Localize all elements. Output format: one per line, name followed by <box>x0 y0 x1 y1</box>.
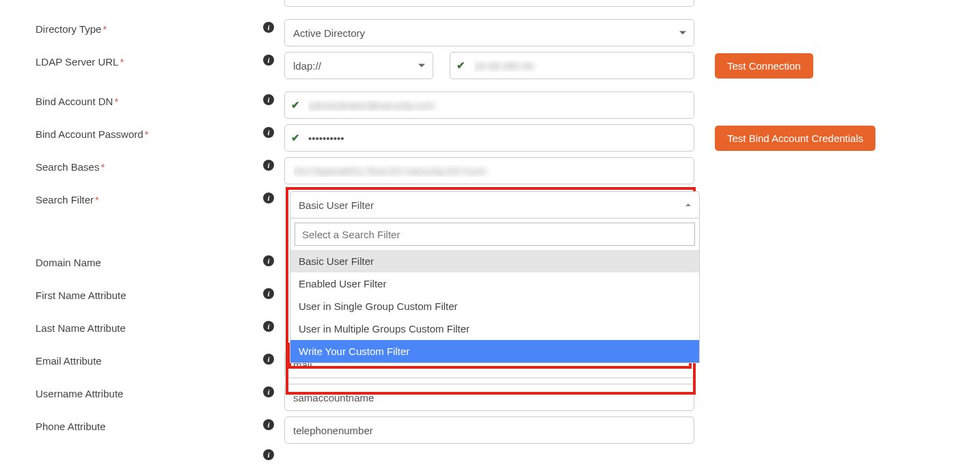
dropdown-option-basic-user-filter[interactable]: Basic User Filter <box>290 250 699 272</box>
label-bind-pw: Bind Account Password <box>36 128 144 140</box>
bind-dn-input[interactable] <box>284 91 694 119</box>
test-connection-button[interactable]: Test Connection <box>715 53 813 79</box>
info-icon[interactable]: i <box>263 94 274 105</box>
ldap-scheme-select[interactable]: ldap:// <box>284 52 433 79</box>
bind-pw-input[interactable] <box>284 124 694 152</box>
caret-up-icon <box>685 203 691 206</box>
info-icon[interactable]: i <box>263 22 274 33</box>
info-icon[interactable]: i <box>263 193 274 203</box>
bind-pw-wrap: ✔ <box>284 124 694 152</box>
label-ldap-url: LDAP Server URL <box>36 56 118 68</box>
required-mark: * <box>114 96 118 107</box>
dropdown-search-input[interactable] <box>295 223 695 246</box>
ldap-host-input[interactable] <box>450 52 694 79</box>
info-icon[interactable]: i <box>263 160 274 171</box>
info-icon[interactable]: i <box>263 321 274 332</box>
info-icon[interactable]: i <box>263 354 274 365</box>
label-username-attr: Username Attribute <box>36 388 123 399</box>
search-filter-dropdown-header[interactable]: Basic User Filter <box>290 191 700 218</box>
label-email-attr: Email Attribute <box>36 355 102 367</box>
dropdown-option-custom-filter[interactable]: Write Your Custom Filter <box>290 340 699 363</box>
directory-type-select-wrap: Active Directory <box>284 19 694 46</box>
test-bind-button[interactable]: Test Bind Account Credentials <box>715 126 875 151</box>
info-icon[interactable]: i <box>263 127 274 138</box>
ldap-host-wrap: ✔ <box>450 52 694 79</box>
ldap-scheme-select-wrap: ldap:// <box>284 52 433 79</box>
label-search-bases: Search Bases <box>36 161 99 173</box>
dropdown-option-single-group-filter[interactable]: User in Single Group Custom Filter <box>290 295 699 317</box>
row-search-bases: Search Bases * i <box>0 152 980 184</box>
check-icon: ✔ <box>291 99 300 111</box>
info-icon[interactable]: i <box>263 419 274 430</box>
row-bind-dn: Bind Account DN * i ✔ <box>0 86 980 119</box>
info-icon[interactable]: i <box>263 449 274 460</box>
row-directory-type: Directory Type * i Active Directory <box>0 14 980 46</box>
check-icon: ✔ <box>291 132 300 144</box>
label-first-name-attr: First Name Attribute <box>36 289 126 301</box>
search-bases-input[interactable] <box>284 157 694 184</box>
dropdown-search-wrap <box>290 218 699 250</box>
label-directory-type: Directory Type <box>36 23 101 35</box>
top-partial-row <box>0 0 980 14</box>
label-bind-dn: Bind Account DN <box>36 96 113 107</box>
label-search-filter: Search Filter <box>36 194 94 206</box>
required-mark: * <box>103 23 107 35</box>
label-domain-name: Domain Name <box>36 257 101 268</box>
row-ldap-url: LDAP Server URL * i ldap:// ✔ Test Conne… <box>0 46 980 79</box>
required-mark: * <box>100 161 105 173</box>
required-mark: * <box>145 128 149 140</box>
phone-attr-input[interactable] <box>284 416 694 444</box>
row-bind-pw: Bind Account Password * i ✔ Test Bind Ac… <box>0 119 980 152</box>
row-username-attr: Username Attribute i <box>0 378 980 411</box>
info-icon[interactable]: i <box>263 55 274 66</box>
row-phone-attr: Phone Attribute i <box>0 411 980 444</box>
label-phone-attr: Phone Attribute <box>36 421 106 432</box>
ldap-config-form: Directory Type * i Active Directory LDAP… <box>0 0 980 460</box>
check-icon: ✔ <box>457 59 465 72</box>
row-partial-bottom: i <box>0 444 980 460</box>
bind-dn-wrap: ✔ <box>284 91 694 119</box>
info-icon[interactable]: i <box>263 255 274 266</box>
info-icon[interactable]: i <box>263 288 274 299</box>
search-filter-dropdown-panel: Basic User Filter Enabled User Filter Us… <box>290 218 700 363</box>
required-mark: * <box>120 56 124 68</box>
directory-type-select[interactable]: Active Directory <box>284 19 694 46</box>
search-filter-selected-value: Basic User Filter <box>299 199 374 211</box>
search-filter-dropdown: Basic User Filter Basic User Filter Enab… <box>290 191 700 363</box>
dropdown-option-multi-group-filter[interactable]: User in Multiple Groups Custom Filter <box>290 317 699 340</box>
required-mark: * <box>95 194 99 206</box>
dropdown-option-enabled-user-filter[interactable]: Enabled User Filter <box>290 272 699 295</box>
info-icon[interactable]: i <box>263 386 274 397</box>
label-last-name-attr: Last Name Attribute <box>36 322 126 334</box>
dropdown-options-list: Basic User Filter Enabled User Filter Us… <box>290 250 699 363</box>
partial-input[interactable] <box>284 0 694 7</box>
username-attr-input[interactable] <box>284 384 694 411</box>
